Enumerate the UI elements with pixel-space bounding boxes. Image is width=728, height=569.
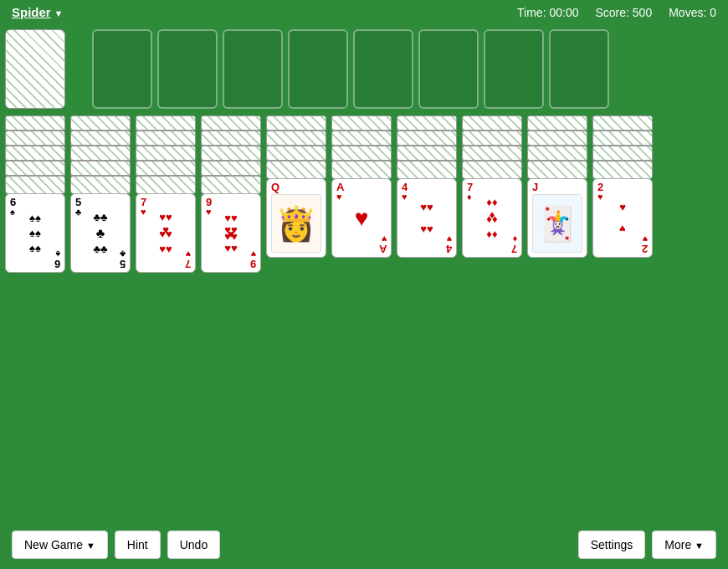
face-down-card bbox=[527, 115, 587, 131]
face-down-card bbox=[266, 146, 326, 161]
tableau-column-1: 5♣5♣ ♣ ♣ ♣ ♣ ♣ bbox=[70, 115, 131, 273]
face-down-card bbox=[70, 115, 131, 131]
face-down-card bbox=[527, 131, 587, 146]
face-down-card bbox=[331, 115, 392, 131]
face-down-card bbox=[266, 161, 326, 179]
tableau-column-0: 6♠6♠♠♠♠♠♠♠ bbox=[5, 115, 65, 273]
settings-button[interactable]: Settings bbox=[578, 531, 646, 559]
tableau-column-8: J♥J♥🃏 bbox=[527, 115, 587, 273]
face-down-card bbox=[592, 146, 653, 161]
face-up-card[interactable]: 7♥7♥ ♥ ♥ ♥ ♥ ♥ ♥ ♥ bbox=[136, 193, 196, 273]
face-down-card bbox=[331, 161, 392, 179]
face-down-card bbox=[592, 115, 653, 131]
face-down-card bbox=[70, 176, 131, 194]
more-button[interactable]: More ▼ bbox=[652, 531, 716, 559]
foundation-5 bbox=[353, 29, 413, 109]
face-up-card[interactable]: 2♥2♥♥♥ bbox=[592, 178, 653, 258]
face-down-card bbox=[397, 131, 457, 146]
face-down-card bbox=[5, 176, 65, 194]
face-down-card bbox=[5, 131, 65, 146]
face-down-card bbox=[136, 115, 196, 131]
face-down-card bbox=[397, 161, 457, 179]
undo-button[interactable]: Undo bbox=[167, 531, 220, 559]
face-down-card bbox=[592, 161, 653, 179]
title-chevron[interactable]: ▼ bbox=[54, 8, 64, 18]
tableau-column-7: 7♦7♦ ♦ ♦ ♦ ♦ ♦ ♦ ♦ bbox=[462, 115, 522, 273]
face-down-card bbox=[331, 146, 392, 161]
foundation-7 bbox=[484, 29, 544, 109]
face-up-card[interactable]: 4♥4♥♥♥♥♥ bbox=[397, 178, 457, 258]
score-display: Score: 500 bbox=[595, 6, 652, 19]
face-down-card bbox=[201, 131, 261, 146]
face-up-card[interactable]: A♥A♥♥ bbox=[331, 178, 392, 258]
tableau: 6♠6♠♠♠♠♠♠♠5♣5♣ ♣ ♣ ♣ ♣ ♣ 7♥7♥ ♥ ♥ ♥ ♥ ♥ … bbox=[0, 115, 728, 273]
face-down-card bbox=[462, 161, 522, 179]
top-area bbox=[0, 24, 728, 115]
stock-pile[interactable] bbox=[5, 29, 65, 109]
moves-display: Moves: 0 bbox=[669, 6, 716, 19]
face-down-card bbox=[70, 161, 131, 176]
face-down-card bbox=[201, 161, 261, 176]
time-display: Time: 00:00 bbox=[517, 6, 578, 19]
face-up-card[interactable]: J♥J♥🃏 bbox=[527, 178, 587, 258]
tableau-column-9: 2♥2♥♥♥ bbox=[592, 115, 653, 273]
face-down-card bbox=[527, 161, 587, 179]
face-down-card bbox=[136, 176, 196, 194]
face-down-card bbox=[5, 146, 65, 161]
tableau-column-6: 4♥4♥♥♥♥♥ bbox=[397, 115, 457, 273]
footer: New Game ▼ Hint Undo Settings More ▼ bbox=[0, 520, 728, 569]
foundation-6 bbox=[418, 29, 479, 109]
tableau-column-5: A♥A♥♥ bbox=[331, 115, 392, 273]
face-down-card bbox=[70, 146, 131, 161]
face-down-card bbox=[201, 146, 261, 161]
face-up-card[interactable]: 5♣5♣ ♣ ♣ ♣ ♣ ♣ bbox=[70, 193, 131, 273]
face-down-card bbox=[136, 131, 196, 146]
face-down-card bbox=[5, 161, 65, 176]
face-down-card bbox=[331, 131, 392, 146]
face-down-card bbox=[136, 146, 196, 161]
face-down-card bbox=[266, 115, 326, 131]
face-down-card bbox=[201, 115, 261, 131]
tableau-column-4: Q♥Q♥👸 bbox=[266, 115, 326, 273]
foundation-8 bbox=[549, 29, 609, 109]
foundation-2 bbox=[157, 29, 218, 109]
face-down-card bbox=[266, 131, 326, 146]
tableau-column-2: 7♥7♥ ♥ ♥ ♥ ♥ ♥ ♥ ♥ bbox=[136, 115, 196, 273]
face-down-card bbox=[70, 131, 131, 146]
face-down-card bbox=[397, 146, 457, 161]
new-game-button[interactable]: New Game ▼ bbox=[12, 531, 108, 559]
foundation-1 bbox=[92, 29, 152, 109]
tableau-column-3: 9♥9♥ ♥ ♥ ♥ ♥ ♥ ♥ ♥ ♥ ♥ bbox=[201, 115, 261, 273]
face-down-card bbox=[136, 161, 196, 176]
face-down-card bbox=[462, 115, 522, 131]
face-up-card[interactable]: 9♥9♥ ♥ ♥ ♥ ♥ ♥ ♥ ♥ ♥ ♥ bbox=[201, 193, 261, 273]
foundation-4 bbox=[288, 29, 348, 109]
face-down-card bbox=[201, 176, 261, 194]
face-down-card bbox=[397, 115, 457, 131]
face-down-card bbox=[592, 131, 653, 146]
face-down-card bbox=[527, 146, 587, 161]
foundation-3 bbox=[223, 29, 283, 109]
game-title[interactable]: Spider bbox=[12, 5, 51, 19]
face-down-card bbox=[462, 131, 522, 146]
face-down-card bbox=[5, 115, 65, 131]
hint-button[interactable]: Hint bbox=[115, 531, 161, 559]
face-down-card bbox=[462, 146, 522, 161]
face-up-card[interactable]: Q♥Q♥👸 bbox=[266, 178, 326, 258]
face-up-card[interactable]: 7♦7♦ ♦ ♦ ♦ ♦ ♦ ♦ ♦ bbox=[462, 178, 522, 258]
face-up-card[interactable]: 6♠6♠♠♠♠♠♠♠ bbox=[5, 193, 65, 273]
